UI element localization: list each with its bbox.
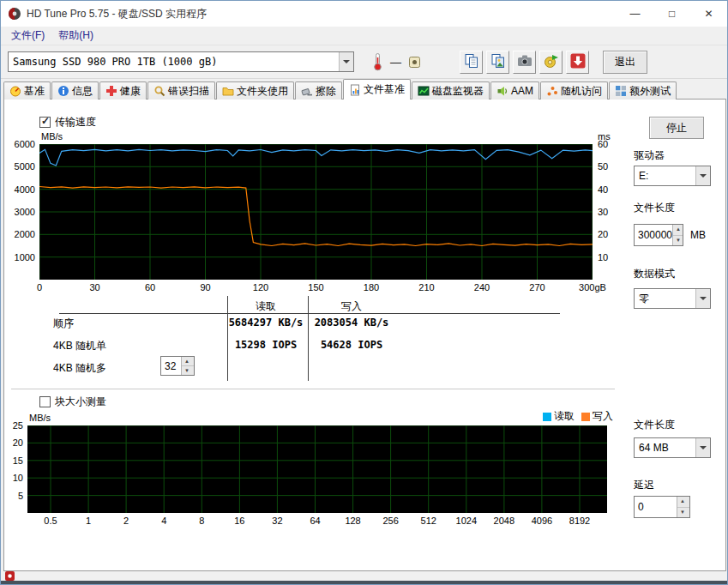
tab-random-access[interactable]: 随机访问 — [540, 81, 608, 100]
temperature-value: — — [390, 56, 401, 69]
tick-label: 25 — [13, 420, 23, 431]
file-length-value: 300000 — [635, 225, 672, 245]
delay-input[interactable]: 0 — [634, 496, 690, 518]
tab-health-label: 健康 — [120, 84, 141, 99]
tick-label: 300gB — [579, 282, 606, 292]
random-access-icon — [546, 85, 558, 97]
y-axis-unit: MB/s — [29, 413, 51, 423]
target-drive-value: E: — [635, 170, 695, 182]
tab-benchmark-label: 基准 — [24, 84, 45, 99]
tab-disk-monitor[interactable]: 磁盘监视器 — [412, 81, 490, 100]
menu-help[interactable]: 帮助(H) — [51, 26, 100, 45]
tick-label: 15 — [13, 455, 23, 466]
file-length-input[interactable]: 300000 — [634, 224, 683, 246]
target-drive-select[interactable]: E: — [634, 166, 711, 186]
close-button[interactable]: ✕ — [690, 1, 727, 27]
exit-button[interactable]: 退出 — [603, 51, 647, 74]
spin-down-button[interactable] — [182, 366, 194, 375]
tick-label: 8192 — [569, 516, 590, 526]
folder-icon — [222, 85, 234, 97]
tick-label: 256 — [382, 516, 398, 526]
block-size-chart: MB/s 0.512481632641282565121024204840968… — [27, 425, 607, 513]
tab-extra-tests-label: 额外测试 — [629, 84, 671, 99]
tick-label: 5 — [18, 491, 23, 501]
copy-image-button[interactable] — [486, 51, 509, 74]
window-controls: — □ ✕ — [617, 1, 727, 27]
tick-label: 1000 — [15, 252, 35, 262]
screenshot-button[interactable] — [513, 51, 536, 74]
tab-benchmark[interactable]: 基准 — [3, 81, 51, 100]
tick-label: 0.5 — [44, 516, 57, 526]
transfer-speed-chart: MB/s ms 0306090120150180210240270300gB10… — [39, 144, 593, 280]
spinner-buttons — [677, 497, 689, 517]
export-icon — [543, 52, 560, 72]
drive-selector-value: Samsung SSD 980 PRO 1TB (1000 gB) — [9, 56, 339, 68]
tab-extra-tests[interactable]: 额外测试 — [609, 81, 677, 100]
transfer-speed-checkbox[interactable]: 传输速度 — [39, 115, 96, 130]
checkbox-box — [39, 117, 51, 128]
spinner-buttons — [672, 225, 683, 245]
info-icon — [57, 85, 69, 97]
tab-health[interactable]: 健康 — [99, 81, 147, 100]
block-file-length-select[interactable]: 64 MB — [634, 437, 711, 458]
tick-label: 60 — [145, 282, 155, 292]
tab-aam[interactable]: AAM — [490, 81, 539, 100]
tick-label: 20 — [598, 229, 608, 239]
tab-disk-monitor-label: 磁盘监视器 — [432, 84, 484, 99]
tick-label: 150 — [308, 282, 323, 292]
tick-label: 32 — [272, 516, 282, 526]
tick-label: 0 — [37, 282, 42, 292]
extra-tests-icon — [615, 85, 627, 97]
drive-selector[interactable]: Samsung SSD 980 PRO 1TB (1000 gB) — [8, 51, 354, 72]
tab-info[interactable]: 信息 — [51, 81, 99, 100]
maximize-button[interactable]: □ — [653, 1, 690, 27]
delay-label: 延迟 — [634, 478, 654, 492]
status-icon — [5, 571, 15, 581]
tick-label: 128 — [345, 516, 360, 526]
dropdown-arrow-icon — [695, 289, 710, 308]
tick-label: 10 — [13, 473, 23, 483]
tick-label: 5000 — [15, 161, 35, 172]
data-mode-select[interactable]: 零 — [634, 288, 711, 309]
block-size-checkbox[interactable]: 块大小测量 — [39, 395, 106, 409]
toolbar-buttons — [460, 51, 589, 74]
tick-label: 8 — [199, 516, 204, 526]
tab-bar: 基准信息健康错误扫描文件夹使用擦除文件基准磁盘监视器AAM随机访问额外测试 — [3, 79, 677, 100]
queue-depth-input[interactable]: 32 — [160, 356, 195, 376]
transfer-speed-plot — [39, 144, 593, 280]
spin-up-button[interactable] — [673, 225, 683, 236]
legend-读取: 读取 — [543, 409, 575, 424]
spin-up-button[interactable] — [182, 357, 194, 366]
menubar: 文件(F)帮助(H) — [1, 27, 727, 45]
legend-swatch-icon — [543, 413, 551, 421]
tick-label: 20 — [13, 437, 23, 448]
tick-label: 16 — [234, 516, 244, 526]
tab-folder-usage[interactable]: 文件夹使用 — [216, 81, 294, 100]
menu-file[interactable]: 文件(F) — [4, 26, 51, 45]
temperature-status-icon — [409, 57, 420, 68]
save-button[interactable] — [566, 51, 589, 74]
minimize-button[interactable]: — — [617, 1, 653, 27]
export-button[interactable] — [539, 51, 563, 74]
tick-label: 50 — [598, 161, 608, 172]
legend-label: 写入 — [593, 409, 613, 424]
block-size-plot — [27, 425, 607, 513]
copy-text-button[interactable] — [460, 51, 483, 74]
spin-down-button[interactable] — [677, 508, 689, 518]
tick-label: 1 — [86, 516, 91, 526]
tab-error-scan[interactable]: 错误扫描 — [147, 81, 215, 100]
block-file-length-label: 文件长度 — [634, 418, 675, 432]
tab-file-benchmark[interactable]: 文件基准 — [343, 79, 411, 100]
spin-down-button[interactable] — [673, 236, 683, 246]
tick-label: 512 — [421, 516, 436, 526]
tab-erase[interactable]: 擦除 — [295, 81, 342, 100]
window-title: HD Tune Pro 5.75 - 硬盘/SSD 实用程序 — [27, 7, 207, 21]
tick-label: 30 — [598, 207, 608, 217]
transfer-speed-checkbox-label: 传输速度 — [55, 115, 96, 130]
spin-up-button[interactable] — [677, 497, 689, 508]
file-length-label: 文件长度 — [634, 201, 675, 215]
tick-label: 4 — [161, 516, 166, 526]
legend-swatch-icon — [581, 413, 590, 421]
row-sequential-label: 顺序 — [53, 317, 74, 331]
stop-button[interactable]: 停止 — [649, 117, 704, 139]
